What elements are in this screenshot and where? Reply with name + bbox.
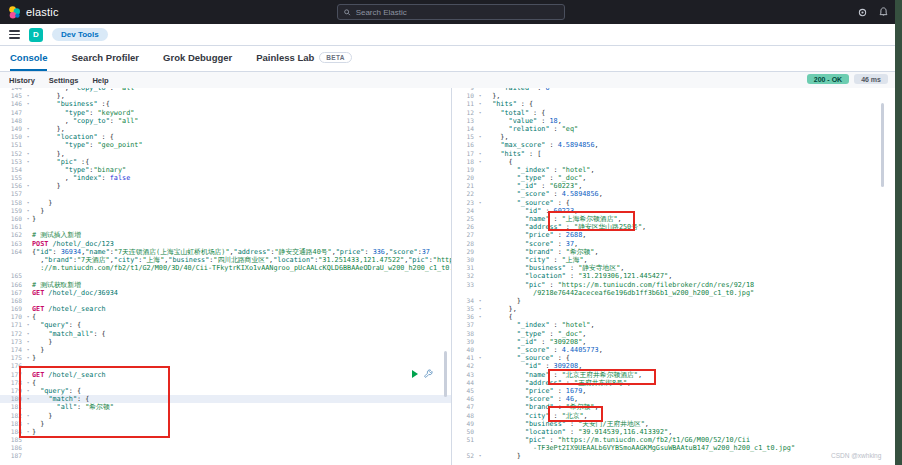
code-line-146[interactable]: 146▾ "business" :{	[0, 100, 451, 108]
code-line-15: 15▾ },	[452, 133, 902, 141]
code-line-164[interactable]: 164{"id": 36934,"name":"7天连锁酒店(上海宝山虹桥机场店…	[0, 248, 451, 256]
code-line-30: 30 "city" : "上海",	[452, 256, 902, 264]
toolbar-item-settings[interactable]: Settings	[49, 76, 79, 85]
code-line-171[interactable]: 171▾ "query": {	[0, 321, 451, 329]
tab-label: Search Profiler	[71, 52, 139, 63]
code-line-44: 44 "address" : "王府井东街8号",	[452, 379, 902, 387]
code-line-17: 17▾ "hits" : [	[452, 150, 902, 158]
code-line-174[interactable]: 174▾ }	[0, 346, 451, 354]
code-line-148[interactable]: 148 , "copy_to": "all"	[0, 117, 451, 125]
code-line-170[interactable]: 170▾{	[0, 313, 451, 321]
tab-label: Painless Lab	[256, 52, 314, 63]
elastic-logo[interactable]: elastic	[8, 6, 59, 19]
code-line-41: 41▾ "_source" : {	[452, 354, 902, 362]
request-editor[interactable]: 144 , "copy_to": "all"145▾ },146▾ "busin…	[0, 88, 451, 465]
code-line-wrap[interactable]: ,"brand":"7天酒店","city":"上海","business":"…	[0, 256, 451, 264]
code-line-180[interactable]: 180▾ "match": {	[0, 395, 451, 403]
code-line-48: 48 "city" : "北京",	[452, 412, 902, 420]
code-line-158[interactable]: 158▾ }	[0, 199, 451, 207]
tab-console[interactable]: Console	[10, 46, 47, 71]
search-icon	[344, 9, 351, 16]
code-line-40: 40 "_score" : 4.4405773,	[452, 346, 902, 354]
code-line-22: 22 "_score" : 4.5894856,	[452, 190, 902, 198]
response-time-badge: 46 ms	[854, 74, 888, 84]
global-search[interactable]	[337, 4, 565, 20]
tab-grok-debugger[interactable]: Grok Debugger	[163, 46, 232, 71]
code-line-150[interactable]: 150▾ "location" : {	[0, 133, 451, 141]
code-line-31: 31 "business" : "静安寺地区",	[452, 264, 902, 272]
code-line-157[interactable]: 157	[0, 190, 451, 198]
code-line-159[interactable]: 159▾ }	[0, 207, 451, 215]
code-line-wrap[interactable]: ://m.tuniucdn.com/fb2/t1/G2/M00/3D/40/Ci…	[0, 264, 451, 272]
code-line-177[interactable]: 177GET /hotel/_search	[0, 371, 451, 379]
code-line-13: 13 "value" : 18,	[452, 117, 902, 125]
send-request-button[interactable]	[412, 370, 418, 378]
tab-painless-lab[interactable]: Painless LabBETA	[256, 46, 352, 71]
code-line-183[interactable]: 183▾ }	[0, 420, 451, 428]
code-line-151[interactable]: 151 "type": "geo_point"	[0, 141, 451, 149]
code-line-45: 45 "price" : 1679,	[452, 387, 902, 395]
code-line-10: 10▾ },	[452, 92, 902, 100]
code-line-16: 16 "max_score" : 4.5894856,	[452, 141, 902, 149]
breadcrumb[interactable]: Dev Tools	[52, 28, 108, 41]
search-input[interactable]	[356, 8, 558, 17]
code-line-173[interactable]: 173▾ }	[0, 338, 451, 346]
toolbar-item-help[interactable]: Help	[92, 76, 108, 85]
code-line-172[interactable]: 172▾ "match_all": {	[0, 330, 451, 338]
code-line-149[interactable]: 149▾ },	[0, 125, 451, 133]
code-line-23: 23▾ "_source" : {	[452, 199, 902, 207]
code-line-46: 46 "score" : 46,	[452, 395, 902, 403]
code-line-176[interactable]: 176	[0, 362, 451, 370]
code-line-169[interactable]: 169GET /hotel/_search	[0, 305, 451, 313]
code-line-187[interactable]: 187	[0, 452, 451, 460]
code-line-147[interactable]: 147 "type": "keyword"	[0, 109, 451, 117]
code-line-162[interactable]: 162# 测试插入新增	[0, 231, 451, 239]
code-line-161[interactable]: 161	[0, 223, 451, 231]
code-line-49: 49 "business" : "天安门/王府井地区",	[452, 420, 902, 428]
space-avatar[interactable]: D	[29, 28, 43, 42]
code-line-166[interactable]: 166# 测试获取新增	[0, 281, 451, 289]
code-line-32: 32 "location" : "31.219306,121.445427",	[452, 272, 902, 280]
code-line-178[interactable]: 178▾{	[0, 379, 451, 387]
code-line-152[interactable]: 152▾ },	[0, 150, 451, 158]
code-line-145[interactable]: 145▾ },	[0, 92, 451, 100]
code-line-168[interactable]: 168	[0, 297, 451, 305]
code-line-51: 51 "pic" : "https://m.tuniucdn.com/fb2/t…	[452, 436, 902, 444]
code-line-156[interactable]: 156▾ }	[0, 182, 451, 190]
code-line-184[interactable]: 184▾}	[0, 428, 451, 436]
notifications-icon[interactable]	[879, 7, 888, 17]
code-line-29: 29 "brand" : "希尔顿",	[452, 248, 902, 256]
code-line-37: 37 "_index" : "hotel",	[452, 321, 902, 329]
code-line-11: 11▾ "hits" : {	[452, 100, 902, 108]
code-line-12: 12▾ "total" : {	[452, 109, 902, 117]
code-line-36: 36▾ {	[452, 313, 902, 321]
code-line-43: 43 "name" : "北京王府井希尔顿酒店",	[452, 371, 902, 379]
code-line-165[interactable]: 165	[0, 272, 451, 280]
toolbar-item-history[interactable]: History	[9, 76, 35, 85]
code-line-27: 27 "price" : 2688,	[452, 231, 902, 239]
code-line-154[interactable]: 154 "type":"binary"	[0, 166, 451, 174]
code-line-153[interactable]: 153▾ "pic" :{	[0, 158, 451, 166]
menu-icon[interactable]	[9, 30, 20, 39]
wrench-icon[interactable]	[424, 369, 433, 378]
code-line-160[interactable]: 160▾}	[0, 215, 451, 223]
dev-tools-app: elastic D Dev Tools ConsoleSearch Profil	[0, 0, 902, 465]
code-line-wrap: /9218e76442aceceaf6e196db1ff3b6b1_w200_h…	[452, 289, 902, 297]
code-line-186[interactable]: 186	[0, 444, 451, 452]
console-toolbar: HistorySettingsHelp 200 - OK 46 ms	[0, 72, 902, 88]
code-line-185[interactable]: 185	[0, 436, 451, 444]
code-line-181[interactable]: 181 "all": "希尔顿"	[0, 403, 451, 411]
status-badge: 200 - OK	[807, 74, 849, 84]
code-line-182[interactable]: 182▾ }	[0, 412, 451, 420]
code-line-179[interactable]: 179▾ "query": {	[0, 387, 451, 395]
code-line-33: 33 "pic" : "https://m.tuniucdn.com/fileb…	[452, 281, 902, 289]
code-line-175[interactable]: 175▾}	[0, 354, 451, 362]
tab-label: Grok Debugger	[163, 52, 232, 63]
tab-search-profiler[interactable]: Search Profiler	[71, 46, 139, 71]
settings-icon[interactable]	[858, 8, 867, 17]
code-line-167[interactable]: 167GET /hotel/_doc/36934	[0, 289, 451, 297]
editor-scrollbar-thumb[interactable]	[444, 351, 447, 397]
code-line-163[interactable]: 163POST /hotel/_doc/123	[0, 240, 451, 248]
code-line-155[interactable]: 155 , "index": false	[0, 174, 451, 182]
response-scrollbar-thumb[interactable]	[881, 103, 884, 187]
